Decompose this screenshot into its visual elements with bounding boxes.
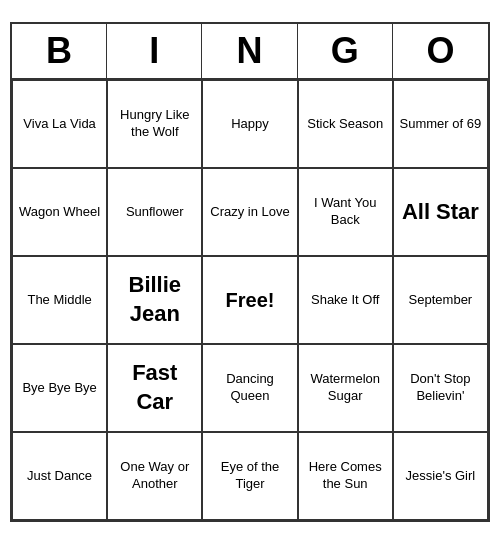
bingo-cell-2: Happy <box>202 80 297 168</box>
bingo-cell-4: Summer of 69 <box>393 80 488 168</box>
bingo-cell-15: Bye Bye Bye <box>12 344 107 432</box>
bingo-cell-18: Watermelon Sugar <box>298 344 393 432</box>
bingo-cell-22: Eye of the Tiger <box>202 432 297 520</box>
bingo-cell-19: Don't Stop Believin' <box>393 344 488 432</box>
bingo-cell-9: All Star <box>393 168 488 256</box>
bingo-header: BINGO <box>12 24 488 80</box>
bingo-cell-7: Crazy in Love <box>202 168 297 256</box>
bingo-cell-17: Dancing Queen <box>202 344 297 432</box>
bingo-letter-o: O <box>393 24 488 78</box>
bingo-cell-6: Sunflower <box>107 168 202 256</box>
bingo-cell-10: The Middle <box>12 256 107 344</box>
bingo-cell-16: Fast Car <box>107 344 202 432</box>
bingo-cell-5: Wagon Wheel <box>12 168 107 256</box>
bingo-grid: Viva La VidaHungry Like the WolfHappySti… <box>12 80 488 520</box>
bingo-cell-8: I Want You Back <box>298 168 393 256</box>
bingo-cell-11: Billie Jean <box>107 256 202 344</box>
bingo-cell-12: Free! <box>202 256 297 344</box>
bingo-letter-n: N <box>202 24 297 78</box>
bingo-cell-20: Just Dance <box>12 432 107 520</box>
bingo-cell-23: Here Comes the Sun <box>298 432 393 520</box>
bingo-cell-0: Viva La Vida <box>12 80 107 168</box>
bingo-cell-24: Jessie's Girl <box>393 432 488 520</box>
bingo-letter-i: I <box>107 24 202 78</box>
bingo-letter-b: B <box>12 24 107 78</box>
bingo-card: BINGO Viva La VidaHungry Like the WolfHa… <box>10 22 490 522</box>
bingo-cell-3: Stick Season <box>298 80 393 168</box>
bingo-cell-1: Hungry Like the Wolf <box>107 80 202 168</box>
bingo-cell-21: One Way or Another <box>107 432 202 520</box>
bingo-cell-14: September <box>393 256 488 344</box>
bingo-letter-g: G <box>298 24 393 78</box>
bingo-cell-13: Shake It Off <box>298 256 393 344</box>
